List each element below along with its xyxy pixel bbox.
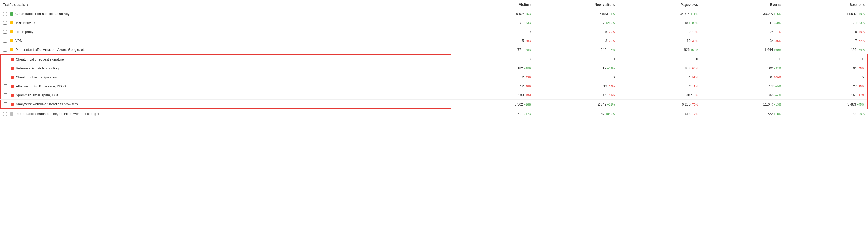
cell-row-cheat-cookie-events: 0-100% [701, 73, 784, 82]
delta-row-clean-visitors: +6% [525, 12, 531, 16]
cell-row-tor-pageviews: 18+200% [618, 19, 701, 27]
checkbox-row-datacenter[interactable] [3, 48, 7, 52]
delta-row-referrer-events: +32% [774, 67, 781, 70]
row-label-row-cheat-sig: Cheat: invalid request signature [16, 57, 64, 61]
value-row-robot-events: 722 [767, 112, 773, 116]
table-body: Clean traffic: non-suspicious activity6 … [0, 9, 868, 118]
table-row-row-robot: Robot traffic: search engine, social net… [0, 109, 868, 118]
value-row-attacker-events: 143 [769, 84, 775, 88]
cell-row-robot-new-visitors: 47+840% [534, 109, 618, 118]
delta-row-datacenter-new-visitors: +17% [607, 48, 615, 51]
value-row-http-proxy-visitors: 7 [530, 30, 531, 34]
delta-row-datacenter-pageviews: +52% [690, 48, 698, 51]
value-row-analyzers-visitors: 5 502 [515, 102, 523, 106]
checkbox-row-robot[interactable] [3, 112, 7, 116]
cell-row-clean-events: 39.2 K+15% [701, 9, 784, 19]
delta-row-referrer-pageviews: -84% [691, 67, 698, 70]
value-row-clean-new-visitors: 5 583 [599, 12, 608, 16]
delta-row-vpn-new-visitors: -25% [608, 39, 615, 43]
value-row-tor-visitors: 7 [520, 21, 521, 25]
cell-row-datacenter-visitors: 771+28% [451, 45, 534, 54]
cell-row-analyzers-sessions: 3 483+45% [784, 100, 868, 109]
name-cell-row-tor: TOR network [0, 19, 451, 27]
sort-arrow-traffic-details: ▲ [26, 3, 29, 6]
cell-row-referrer-visitors: 182+90% [451, 64, 534, 73]
value-row-attacker-new-visitors: 12 [603, 84, 607, 88]
delta-row-http-proxy-events: -14% [775, 30, 781, 33]
delta-row-cheat-cookie-events: -100% [773, 76, 781, 79]
delta-row-robot-events: +18% [774, 112, 781, 115]
delta-row-tor-events: +250% [772, 21, 781, 25]
delta-row-referrer-sessions: -35% [858, 67, 864, 70]
cell-row-http-proxy-sessions: 9-10% [784, 27, 868, 36]
value-row-http-proxy-events: 24 [770, 30, 774, 34]
checkbox-row-tor[interactable] [3, 21, 7, 25]
cell-row-clean-pageviews: 35.6 K+41% [618, 9, 701, 19]
name-cell-row-cheat-cookie: Cheat: cookie manipulation [0, 73, 451, 82]
checkbox-row-cheat-sig[interactable] [4, 58, 7, 61]
checkbox-row-attacker[interactable] [4, 84, 7, 88]
color-indicator-row-analyzers [10, 103, 14, 106]
cell-row-clean-sessions: 11.5 K+19% [784, 9, 868, 19]
delta-row-analyzers-events: +13% [774, 103, 781, 106]
value-row-analyzers-events: 11.0 K [763, 102, 773, 106]
delta-row-datacenter-events: +60% [774, 48, 781, 51]
value-row-attacker-visitors: 12 [520, 84, 524, 88]
delta-row-vpn-pageviews: -32% [691, 39, 698, 43]
value-row-vpn-sessions: 7 [855, 39, 857, 43]
checkbox-row-http-proxy[interactable] [3, 30, 7, 34]
delta-row-analyzers-visitors: +16% [524, 103, 531, 106]
cell-row-vpn-new-visitors: 3-25% [534, 36, 618, 45]
cell-row-cheat-sig-new-visitors: 0 [534, 54, 618, 64]
delta-row-spammer-events: +4% [775, 94, 781, 97]
value-row-spammer-events: 878 [769, 93, 775, 97]
delta-row-http-proxy-pageviews: -18% [691, 30, 698, 33]
value-row-clean-pageviews: 35.6 K [680, 12, 690, 16]
value-row-referrer-visitors: 182 [518, 66, 523, 70]
cell-row-cheat-sig-visitors: 7 [451, 54, 534, 64]
cell-row-vpn-pageviews: 19-32% [618, 36, 701, 45]
value-row-http-proxy-new-visitors: 5 [605, 30, 607, 34]
checkbox-row-referrer[interactable] [4, 66, 7, 70]
table-row-row-http-proxy: HTTP proxy75-29%9-18%24-14%9-10% [0, 27, 868, 36]
color-indicator-row-robot [10, 112, 13, 115]
value-row-referrer-events: 500 [767, 66, 773, 70]
cell-row-referrer-sessions: 91-35% [784, 64, 868, 73]
name-cell-row-clean: Clean traffic: non-suspicious activity [0, 9, 451, 18]
color-indicator-row-referrer [10, 67, 14, 70]
row-label-row-cheat-cookie: Cheat: cookie manipulation [16, 75, 57, 79]
cell-row-http-proxy-events: 24-14% [701, 27, 784, 36]
value-row-http-proxy-sessions: 9 [855, 30, 857, 34]
delta-row-robot-sessions: +30% [857, 112, 865, 115]
value-row-robot-visitors: 49 [518, 112, 521, 116]
checkbox-row-cheat-cookie[interactable] [4, 76, 7, 79]
cell-row-analyzers-events: 11.0 K+13% [701, 100, 784, 109]
delta-row-datacenter-sessions: +36% [857, 48, 865, 51]
table-header-row: Traffic details ▲VisitorsNew visitorsPag… [0, 0, 868, 9]
value-row-referrer-new-visitors: 19 [603, 66, 607, 70]
checkbox-row-spammer[interactable] [4, 93, 7, 97]
value-row-tor-new-visitors: 7 [603, 21, 605, 25]
value-row-robot-sessions: 248 [850, 112, 857, 116]
row-label-row-attacker: Attacker: SSH, Bruteforce, DDoS [16, 84, 66, 88]
value-row-vpn-visitors: 5 [522, 39, 524, 43]
cell-row-tor-sessions: 17+183% [784, 19, 868, 27]
checkbox-row-vpn[interactable] [3, 39, 7, 43]
cell-row-analyzers-pageviews: 6 200-70% [618, 100, 701, 109]
delta-row-datacenter-visitors: +28% [524, 48, 531, 51]
value-row-tor-events: 21 [768, 21, 771, 25]
value-row-cheat-cookie-pageviews: 4 [688, 75, 690, 79]
cell-row-attacker-sessions: 27-25% [784, 82, 868, 91]
cell-row-clean-visitors: 6 524+6% [451, 9, 534, 19]
value-row-cheat-sig-events: 0 [779, 57, 781, 61]
value-row-datacenter-visitors: 771 [518, 48, 523, 52]
cell-row-referrer-new-visitors: 19+19% [534, 64, 618, 73]
checkbox-row-analyzers[interactable] [4, 102, 7, 106]
delta-row-http-proxy-sessions: -10% [858, 30, 865, 33]
th-traffic-details[interactable]: Traffic details ▲ [0, 0, 451, 9]
value-row-cheat-sig-sessions: 0 [863, 57, 864, 61]
cell-row-vpn-events: 34-36% [701, 36, 784, 45]
delta-row-spammer-new-visitors: -21% [608, 94, 615, 97]
value-row-datacenter-sessions: 426 [850, 48, 857, 52]
checkbox-row-clean[interactable] [3, 12, 7, 16]
